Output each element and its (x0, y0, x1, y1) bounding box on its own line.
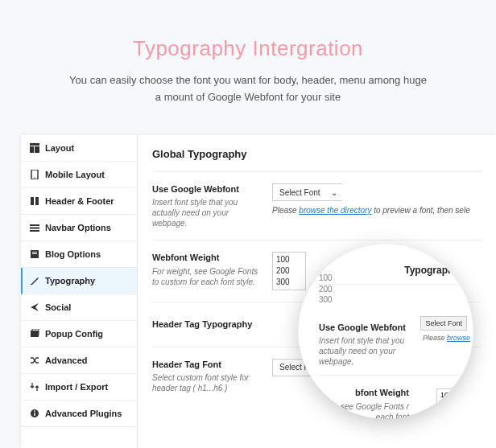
sidebar-item-label: Advanced Plugins (45, 409, 122, 418)
sidebar-item-layout[interactable]: Layout (21, 135, 137, 162)
svg-point-4 (34, 177, 35, 178)
sidebar-item-navbar-options[interactable]: Navbar Options (21, 215, 137, 241)
sidebar: Layout Mobile Layout Header & Footer Nav… (21, 135, 138, 448)
sidebar-item-label: Header & Footer (45, 196, 114, 206)
mag-font-select[interactable]: Select Font (420, 316, 467, 331)
sidebar-item-label: Advanced (45, 356, 88, 365)
field-label: Header Tag Font (152, 359, 261, 370)
sidebar-item-header-footer[interactable]: Header & Footer (21, 188, 137, 215)
field-hint: Please browse the directory to preview a… (272, 206, 482, 215)
svg-rect-2 (35, 146, 39, 153)
sidebar-item-label: Layout (45, 143, 74, 153)
field-desc: Select custom font style for header tag … (152, 372, 261, 393)
typography-icon (29, 275, 40, 286)
svg-rect-5 (31, 197, 34, 205)
sidebar-item-social[interactable]: Social (21, 294, 137, 321)
weight-listbox[interactable]: 100 200 300 (272, 252, 306, 290)
sidebar-item-label: Navbar Options (45, 223, 111, 232)
field-desc: Insert font style that you actually need… (152, 197, 261, 228)
layout-icon (29, 142, 40, 154)
sidebar-item-typography[interactable]: Typography (21, 268, 137, 294)
svg-rect-13 (31, 284, 32, 285)
sidebar-item-label: Blog Options (45, 249, 101, 259)
mag-section-header: Typography (319, 260, 459, 285)
svg-point-18 (34, 410, 35, 412)
field-desc: Insert font style that you actually need… (319, 335, 409, 367)
sidebar-item-import-export[interactable]: Import / Export (21, 374, 137, 401)
blog-icon (29, 249, 40, 260)
sidebar-item-advanced-plugins[interactable]: Advanced Plugins (21, 401, 137, 427)
sidebar-item-blog-options[interactable]: Blog Options (21, 241, 137, 268)
svg-rect-6 (35, 197, 39, 205)
page-title: Typography Intergration (0, 36, 496, 61)
svg-rect-17 (34, 413, 35, 416)
chevron-down-icon: ⌄ (327, 184, 341, 200)
svg-rect-8 (30, 228, 39, 229)
field-google-webfont: Use Google Webfont Insert font style tha… (152, 172, 482, 240)
svg-rect-7 (30, 224, 39, 226)
select-value: Select Font (273, 184, 327, 200)
sidebar-item-label: Typography (45, 276, 95, 286)
field-label: Header Tag Typography (152, 319, 261, 330)
navbar-icon (29, 222, 40, 233)
browse-directory-link[interactable]: browse the directory (299, 206, 371, 215)
info-icon (29, 408, 40, 419)
section-header: Global Typography (152, 135, 482, 172)
sidebar-item-label: Popup Config (45, 329, 103, 339)
mag-weight-options: 100 200 300 (319, 273, 333, 306)
mobile-icon (29, 169, 40, 180)
svg-rect-11 (32, 252, 37, 253)
sidebar-item-label: Mobile Layout (45, 170, 105, 179)
import-export-icon (29, 381, 40, 393)
field-label: Use Google Webfont (152, 183, 261, 195)
sidebar-item-mobile-layout[interactable]: Mobile Layout (21, 162, 137, 188)
svg-rect-0 (30, 143, 39, 146)
sidebar-item-label: Social (45, 302, 71, 312)
field-label: Webfont Weight (152, 252, 261, 263)
mag-hint: Please browse (423, 334, 470, 342)
field-desc: For weight, see Google Fonts to custom f… (152, 266, 261, 287)
svg-rect-12 (32, 253, 37, 254)
shuffle-icon (29, 355, 40, 366)
share-icon (29, 302, 40, 313)
svg-rect-9 (30, 230, 39, 232)
font-select[interactable]: Select Font ⌄ (272, 183, 342, 201)
magnifier-lens: Typography 100 200 300 Use Google Webfon… (298, 244, 473, 419)
sidebar-item-popup-config[interactable]: Popup Config (21, 321, 137, 347)
page-subtitle: You can easily choose the font you want … (67, 72, 429, 106)
popup-icon (29, 328, 40, 339)
headerfooter-icon (29, 195, 40, 207)
sidebar-item-advanced[interactable]: Advanced (21, 347, 137, 374)
sidebar-item-label: Import / Export (45, 382, 108, 392)
field-label: Use Google Webfont (319, 322, 409, 333)
field-label: bfont Weight (319, 387, 409, 398)
mag-browse-link[interactable]: browse (447, 334, 470, 342)
svg-rect-1 (30, 146, 34, 153)
